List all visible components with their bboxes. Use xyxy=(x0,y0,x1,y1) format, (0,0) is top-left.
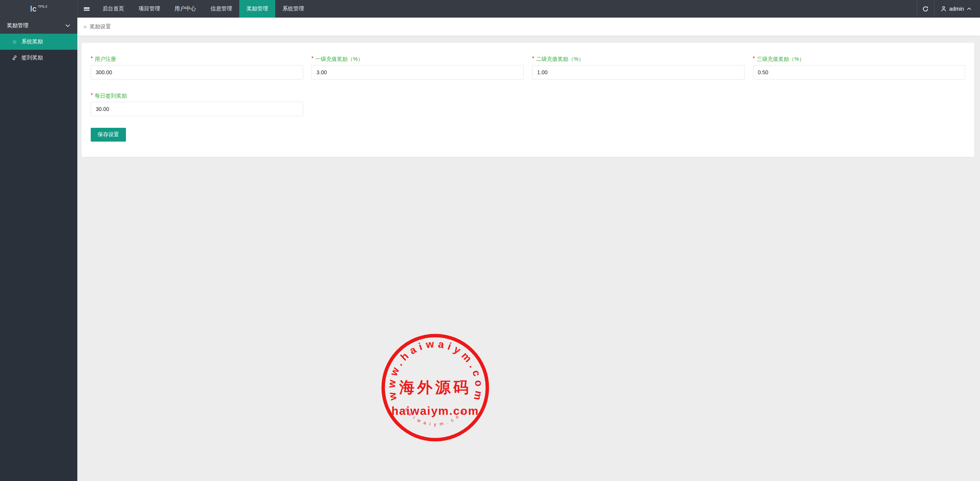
top-navbar: lcTP5.3 后台首页 项目管理 用户中心 信息管理 奖励管理 系统管理 xyxy=(0,0,980,18)
user-register-input[interactable] xyxy=(91,65,303,80)
user-icon xyxy=(941,6,947,12)
breadcrumb-label: 奖励设置 xyxy=(90,23,111,30)
nav-item-system[interactable]: 系统管理 xyxy=(275,0,311,18)
required-marker: * xyxy=(753,55,755,61)
sidebar-item-signin-rewards[interactable]: 签到奖励 xyxy=(0,50,77,66)
field-daily-signin-reward: *每日签到奖励 xyxy=(91,92,303,116)
required-marker: * xyxy=(91,55,93,61)
admin-app: lcTP5.3 后台首页 项目管理 用户中心 信息管理 奖励管理 系统管理 xyxy=(0,0,980,481)
top-menu: 后台首页 项目管理 用户中心 信息管理 奖励管理 系统管理 xyxy=(95,0,311,18)
form-row-2: *每日签到奖励 xyxy=(91,92,965,116)
sidebar-item-label: 签到奖励 xyxy=(21,54,43,61)
daily-signin-input[interactable] xyxy=(91,102,303,116)
watermark-stamp: www.haiwaiym.com 海外源码 haiwaiym.com haiwa… xyxy=(378,330,493,445)
app-logo[interactable]: lcTP5.3 xyxy=(0,0,78,18)
stamp-top-text: www.haiwaiym.com xyxy=(385,338,485,403)
stamp-main-text: haiwaiym.com xyxy=(391,404,479,417)
field-label: *三级充值奖励（%） xyxy=(753,55,965,63)
field-label: *二级充值奖励（%） xyxy=(532,55,745,63)
stamp-ring xyxy=(383,336,487,440)
user-name: admin xyxy=(949,6,964,12)
field-label: *每日签到奖励 xyxy=(91,92,303,99)
link-icon xyxy=(11,55,18,60)
logo-text: lc xyxy=(30,4,37,13)
stamp-bottom-text: haiwaiym.com xyxy=(403,407,466,427)
required-marker: * xyxy=(532,55,534,61)
level1-recharge-input[interactable] xyxy=(312,65,524,80)
sidebar: 奖励管理 ☆ 系统奖励 签到奖励 xyxy=(0,18,77,481)
form-row-1: *用户注册 *一级充值奖励（%） *二级充值奖励（%） *三级充值奖励（%） xyxy=(91,55,965,80)
nav-item-users[interactable]: 用户中心 xyxy=(167,0,203,18)
content-area: *用户注册 *一级充值奖励（%） *二级充值奖励（%） *三级充值奖励（%） xyxy=(77,36,980,481)
sidebar-group-label: 奖励管理 xyxy=(7,22,28,29)
stamp-center-text: 海外源码 xyxy=(399,379,471,396)
nav-item-info[interactable]: 信息管理 xyxy=(203,0,239,18)
chevron-down-icon xyxy=(65,24,70,28)
user-menu[interactable]: admin xyxy=(934,0,980,18)
sidebar-group-rewards[interactable]: 奖励管理 xyxy=(0,18,77,34)
logo-version: TP5.3 xyxy=(38,5,47,8)
nav-item-home[interactable]: 后台首页 xyxy=(95,0,131,18)
nav-item-projects[interactable]: 项目管理 xyxy=(131,0,167,18)
field-user-register: *用户注册 xyxy=(91,55,303,80)
level3-recharge-input[interactable] xyxy=(753,65,965,80)
settings-form-card: *用户注册 *一级充值奖励（%） *二级充值奖励（%） *三级充值奖励（%） xyxy=(82,43,974,157)
main-area: » 奖励设置 *用户注册 *一级充值奖励（%） *二级充值奖励（%） xyxy=(77,18,980,481)
breadcrumb: » 奖励设置 xyxy=(77,18,980,36)
breadcrumb-arrow-icon: » xyxy=(83,23,87,30)
hamburger-icon[interactable] xyxy=(78,0,95,18)
field-level1-recharge-reward: *一级充值奖励（%） xyxy=(312,55,524,80)
required-marker: * xyxy=(91,92,93,98)
field-label: *一级充值奖励（%） xyxy=(312,55,524,63)
chevron-up-icon xyxy=(967,7,972,11)
required-marker: * xyxy=(312,55,314,61)
field-label: *用户注册 xyxy=(91,55,303,63)
sidebar-item-label: 系统奖励 xyxy=(21,38,43,45)
nav-item-rewards[interactable]: 奖励管理 xyxy=(239,0,275,18)
level2-recharge-input[interactable] xyxy=(532,65,745,80)
refresh-icon[interactable] xyxy=(917,0,934,18)
star-icon: ☆ xyxy=(11,39,18,45)
navbar-right: admin xyxy=(917,0,980,18)
field-level2-recharge-reward: *二级充值奖励（%） xyxy=(532,55,745,80)
sidebar-item-system-rewards[interactable]: ☆ 系统奖励 xyxy=(0,34,77,50)
save-settings-button[interactable]: 保存设置 xyxy=(91,128,126,142)
field-level3-recharge-reward: *三级充值奖励（%） xyxy=(753,55,965,80)
